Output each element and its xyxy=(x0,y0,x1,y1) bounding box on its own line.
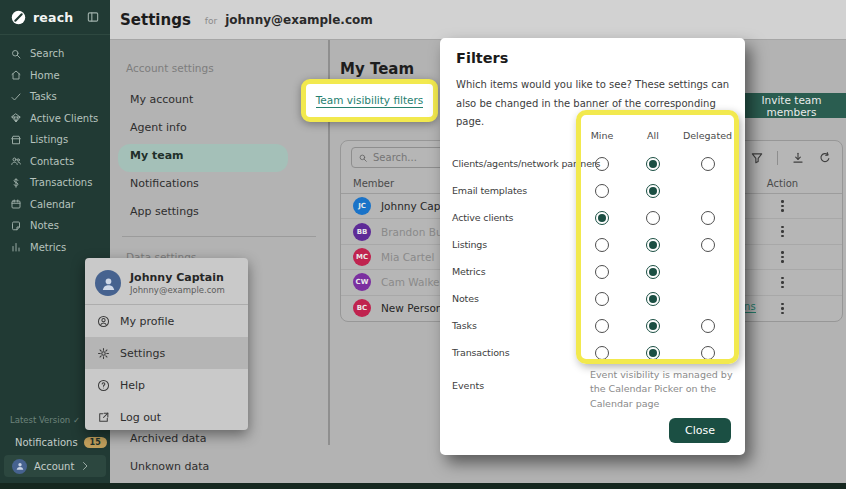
member-actions-cell xyxy=(735,224,830,240)
radio-metrics-all[interactable] xyxy=(646,265,660,279)
radio-active-clients-delegated[interactable] xyxy=(701,211,715,225)
filters-modal-title: Filters xyxy=(456,50,508,66)
filter-row-label: Clients/agents/network partners xyxy=(452,158,576,169)
member-actions-cell xyxy=(735,249,830,265)
member-actions-cell xyxy=(735,275,830,291)
radio-active-clients-all[interactable] xyxy=(646,211,660,225)
sidebar-item-home[interactable]: Home xyxy=(0,65,110,87)
visibility-radio-grid: MineAllDelegatedClients/agents/network p… xyxy=(452,120,737,366)
sidebar-nav: SearchHomeTasksActive ClientsListingsCon… xyxy=(0,35,110,258)
logo-row: reach xyxy=(0,0,110,35)
column-header-delegated: Delegated xyxy=(678,130,737,141)
kebab-menu-icon[interactable] xyxy=(779,198,786,214)
sidebar-item-account[interactable]: Account xyxy=(4,455,106,477)
column-header-mine: Mine xyxy=(576,130,628,141)
people-icon xyxy=(10,155,22,167)
radio-listings-delegated[interactable] xyxy=(701,238,715,252)
page-title: Settings xyxy=(120,11,191,29)
download-icon[interactable] xyxy=(791,151,805,165)
user-name: Johnny Captain xyxy=(130,270,225,285)
sidebar-item-label: Contacts xyxy=(30,156,74,167)
user-menu-item-help[interactable]: Help xyxy=(85,369,248,401)
team-visibility-filters-link[interactable]: Team visibility filters xyxy=(316,94,424,108)
sidebar-item-transactions[interactable]: Transactions xyxy=(0,172,110,194)
close-button[interactable]: Close xyxy=(669,418,731,443)
user-menu-item-label: Settings xyxy=(120,347,165,360)
action-column-header: Action xyxy=(735,178,830,189)
calendar-icon xyxy=(10,198,22,210)
sidebar-item-calendar[interactable]: Calendar xyxy=(0,194,110,216)
sidebar-item-active-clients[interactable]: Active Clients xyxy=(0,108,110,130)
settings-nav-app-settings[interactable]: App settings xyxy=(118,200,320,228)
radio-listings-mine[interactable] xyxy=(595,238,609,252)
filter-row-transactions: Transactions xyxy=(452,339,737,366)
page-header: Settings for johnny@example.com xyxy=(110,0,846,40)
filter-row-label: Active clients xyxy=(452,212,576,223)
sidebar-item-label: Search xyxy=(30,48,64,59)
user-avatar xyxy=(95,270,121,296)
search-icon xyxy=(10,48,22,60)
sidebar-item-tasks[interactable]: Tasks xyxy=(0,86,110,108)
data-settings-items: Archived dataUnknown data xyxy=(118,427,320,483)
diamond-icon xyxy=(10,112,22,124)
settings-nav-agent-info[interactable]: Agent info xyxy=(118,116,320,144)
radio-notes-all[interactable] xyxy=(646,292,660,306)
filter-row-label: Transactions xyxy=(452,347,576,358)
radio-clients-agents-network-partners-mine[interactable] xyxy=(595,157,609,171)
member-avatar: BC xyxy=(353,299,371,317)
user-menu: Johnny Captain Johnny@example.com My pro… xyxy=(85,258,248,430)
sidebar-item-notifications[interactable]: Notifications 15 xyxy=(0,431,110,453)
toolbar-divider xyxy=(777,151,778,165)
filters-modal: Filters Which items would you like to se… xyxy=(440,38,745,455)
sidebar-item-contacts[interactable]: Contacts xyxy=(0,151,110,173)
sidebar-item-notes[interactable]: Notes xyxy=(0,215,110,237)
user-menu-item-settings[interactable]: Settings xyxy=(85,337,248,369)
filter-row-tasks: Tasks xyxy=(452,312,737,339)
bottom-edge-band xyxy=(0,483,846,489)
radio-active-clients-mine[interactable] xyxy=(595,211,609,225)
settings-nav-my-account[interactable]: My account xyxy=(118,88,320,116)
kebab-menu-icon[interactable] xyxy=(779,301,786,317)
radio-listings-all[interactable] xyxy=(646,238,660,252)
collapse-sidebar-icon[interactable] xyxy=(86,10,100,24)
sidebar-item-listings[interactable]: Listings xyxy=(0,129,110,151)
invite-team-members-button[interactable]: Invite team members xyxy=(735,93,846,118)
radio-tasks-all[interactable] xyxy=(646,319,660,333)
radio-email-templates-all[interactable] xyxy=(646,184,660,198)
settings-nav-unknown-data[interactable]: Unknown data xyxy=(118,455,320,483)
filter-row-clients-agents-network-partners: Clients/agents/network partners xyxy=(452,150,737,177)
radio-clients-agents-network-partners-delegated[interactable] xyxy=(701,157,715,171)
filter-row-active-clients: Active clients xyxy=(452,204,737,231)
account-label: Account xyxy=(34,461,74,472)
notifications-label: Notifications xyxy=(15,437,78,448)
filter-icon[interactable] xyxy=(750,151,764,165)
logout-icon xyxy=(97,411,110,424)
radio-tasks-mine[interactable] xyxy=(595,319,609,333)
refresh-icon[interactable] xyxy=(818,151,832,165)
user-menu-item-label: Help xyxy=(120,379,145,392)
user-menu-item-label: Log out xyxy=(120,411,161,424)
sidebar-item-metrics[interactable]: Metrics xyxy=(0,237,110,259)
user-menu-item-log-out[interactable]: Log out xyxy=(85,401,248,433)
radio-clients-agents-network-partners-all[interactable] xyxy=(646,157,660,171)
events-row-label: Events xyxy=(452,380,484,391)
radio-transactions-all[interactable] xyxy=(646,346,660,360)
radio-metrics-mine[interactable] xyxy=(595,265,609,279)
sidebar-item-search[interactable]: Search xyxy=(0,43,110,65)
radio-notes-mine[interactable] xyxy=(595,292,609,306)
user-menu-item-my-profile[interactable]: My profile xyxy=(85,305,248,337)
settings-nav-notifications[interactable]: Notifications xyxy=(118,172,320,200)
settings-nav-my-team[interactable]: My team xyxy=(118,144,288,172)
radio-transactions-delegated[interactable] xyxy=(701,346,715,360)
kebab-menu-icon[interactable] xyxy=(779,224,786,240)
radio-email-templates-mine[interactable] xyxy=(595,184,609,198)
sidebar-item-label: Active Clients xyxy=(30,113,98,124)
kebab-menu-icon[interactable] xyxy=(779,275,786,291)
radio-grid-header: MineAllDelegated xyxy=(452,120,737,150)
radio-tasks-delegated[interactable] xyxy=(701,319,715,333)
kebab-menu-icon[interactable] xyxy=(779,249,786,265)
radio-transactions-mine[interactable] xyxy=(595,346,609,360)
sidebar-item-label: Transactions xyxy=(30,177,92,188)
member-avatar: MC xyxy=(353,248,371,266)
filter-row-notes: Notes xyxy=(452,285,737,312)
